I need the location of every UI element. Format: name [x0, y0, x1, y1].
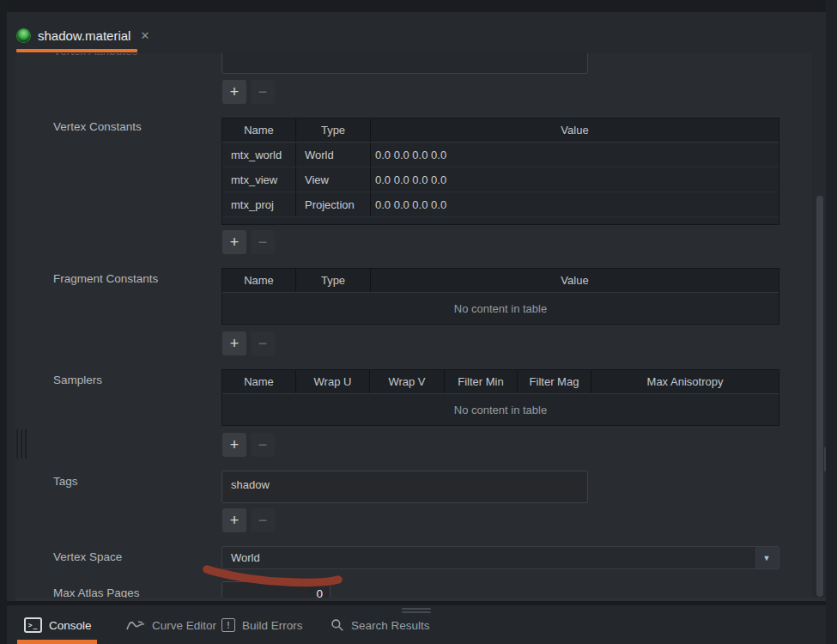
column-header-type: Type [296, 118, 371, 142]
panel-resize-grip[interactable] [402, 611, 431, 613]
vertical-scrollbar-thumb[interactable] [816, 196, 823, 597]
fragment-constants-label: Fragment Constants [53, 272, 158, 285]
column-header-max-anisotropy: Max Anisotropy [591, 370, 779, 393]
window-right-edge [826, 0, 837, 644]
remove-button[interactable]: − [251, 331, 275, 355]
tab-shadow-material[interactable]: shadow.material ✕ [17, 21, 149, 49]
table-empty-space [222, 217, 779, 225]
table-row: mtx_view View 0.0 0.0 0.0 0.0 [222, 167, 779, 192]
terminal-icon: >_ [24, 617, 42, 633]
material-sphere-icon [17, 29, 30, 42]
window-left-edge [0, 0, 7, 644]
right-splitter-grip[interactable] [821, 447, 822, 471]
cell-value[interactable]: 0.0 0.0 0.0 0.0 [371, 167, 779, 191]
vertex-constants-label: Vertex Constants [53, 120, 142, 133]
column-header-type: Type [296, 269, 371, 292]
cell-value[interactable]: 0.0 0.0 0.0 0.0 [371, 143, 779, 167]
bottom-tool-panel: >_ Console Curve Editor ! Build Errors S… [7, 605, 826, 644]
build-errors-icon: ! [221, 618, 235, 632]
cell-type[interactable]: View [296, 167, 371, 191]
titlebar-strip [0, 0, 837, 12]
cell-name[interactable]: mtx_view [222, 167, 296, 191]
column-header-value: Value [371, 118, 779, 142]
active-tab-indicator [16, 49, 137, 52]
search-icon [331, 618, 344, 632]
column-header-value: Value [371, 269, 779, 292]
remove-button[interactable]: − [251, 80, 275, 104]
column-header-filter-mag: Filter Mag [518, 370, 591, 393]
asset-editor-window: shadow.material ✕ Vertex Attributes + − … [0, 0, 837, 644]
cell-name[interactable]: mtx_proj [222, 192, 296, 216]
max-atlas-pages-label: Max Atlas Pages [53, 586, 140, 598]
tab-label: Search Results [351, 619, 430, 632]
add-button[interactable]: + [222, 80, 246, 104]
left-splitter-grip[interactable] [25, 429, 27, 459]
add-button[interactable]: + [222, 508, 246, 532]
vertex-space-dropdown[interactable]: World ▼ [221, 546, 779, 569]
chevron-down-icon[interactable]: ▼ [754, 547, 779, 568]
column-header-name: Name [222, 370, 296, 393]
tab-search-results[interactable]: Search Results [331, 614, 430, 636]
table-row: mtx_proj Projection 0.0 0.0 0.0 0.0 [222, 192, 779, 217]
table-header: Name Wrap U Wrap V Filter Min Filter Mag… [222, 370, 779, 394]
remove-button[interactable]: − [251, 433, 275, 457]
panel-resize-grip[interactable] [402, 608, 431, 610]
samplers-label: Samplers [53, 374, 102, 386]
tab-label: Curve Editor [152, 619, 216, 632]
dropdown-selected-value[interactable]: World [222, 547, 754, 568]
cell-name[interactable]: mtx_world [222, 143, 296, 167]
samplers-table: Name Wrap U Wrap V Filter Min Filter Mag… [221, 369, 779, 426]
close-icon[interactable]: ✕ [140, 29, 149, 42]
vertex-space-label: Vertex Space [53, 550, 122, 563]
cell-type[interactable]: World [296, 143, 371, 167]
cell-value[interactable]: 0.0 0.0 0.0 0.0 [371, 192, 779, 216]
right-splitter-grip[interactable] [824, 447, 826, 471]
table-header: Name Type Value [222, 269, 779, 293]
tab-curve-editor[interactable]: Curve Editor [126, 614, 216, 636]
table-row: mtx_world World 0.0 0.0 0.0 0.0 [222, 143, 779, 167]
left-splitter-grip[interactable] [21, 429, 22, 459]
remove-button[interactable]: − [251, 508, 275, 532]
vertex-attributes-field[interactable] [221, 53, 588, 74]
add-button[interactable]: + [222, 230, 246, 254]
tags-field[interactable]: shadow [221, 471, 588, 503]
max-atlas-pages-field[interactable]: 0 [221, 581, 331, 598]
empty-table-message: No content in table [222, 293, 779, 325]
empty-table-message: No content in table [222, 394, 779, 426]
column-header-wrap-v: Wrap V [370, 370, 445, 393]
curve-icon [126, 619, 145, 631]
properties-panel: Vertex Attributes + − Vertex Constants N… [15, 53, 812, 598]
cell-type[interactable]: Projection [296, 192, 371, 216]
tab-title: shadow.material [38, 28, 130, 43]
add-button[interactable]: + [222, 331, 246, 355]
table-header: Name Type Value [222, 118, 779, 143]
column-header-name: Name [222, 269, 296, 292]
active-bottom-tab-indicator [17, 640, 97, 644]
column-header-filter-min: Filter Min [445, 370, 518, 393]
vertex-constants-table: Name Type Value mtx_world World 0.0 0.0 … [221, 118, 779, 225]
remove-button[interactable]: − [251, 230, 275, 254]
fragment-constants-table: Name Type Value No content in table [221, 268, 779, 325]
left-splitter-grip[interactable] [16, 429, 18, 459]
tab-build-errors[interactable]: ! Build Errors [221, 614, 303, 636]
tab-label: Console [49, 619, 92, 632]
column-header-name: Name [222, 118, 296, 142]
tab-label: Build Errors [242, 619, 303, 632]
tags-label: Tags [53, 475, 78, 488]
tab-console[interactable]: >_ Console [24, 614, 92, 636]
add-button[interactable]: + [222, 433, 246, 457]
clipped-section-label: Vertex Attributes [53, 53, 137, 57]
column-header-wrap-u: Wrap U [296, 370, 370, 393]
